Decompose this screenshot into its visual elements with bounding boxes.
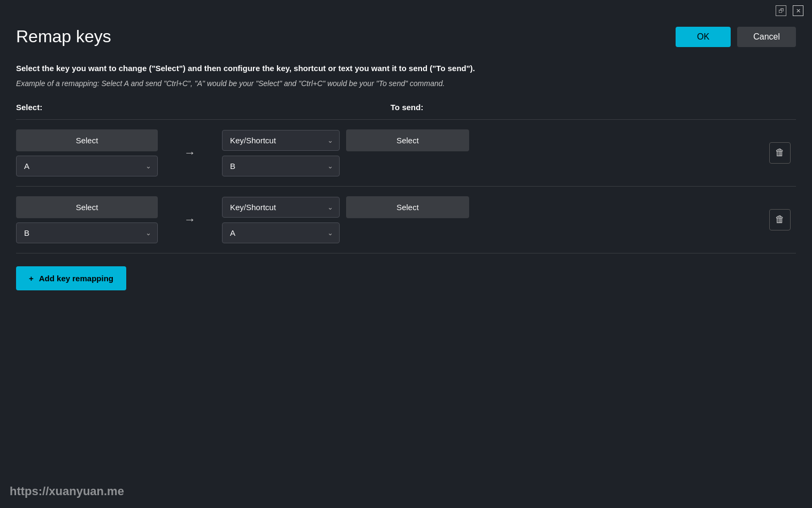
add-remapping-label: Add key remapping <box>39 274 113 283</box>
arrow-right-icon: → <box>184 146 196 160</box>
select-dropdown-2[interactable]: A B C <box>16 222 158 243</box>
main-content: Remap keys Select the key you want to ch… <box>0 21 812 306</box>
tosend-dropdown-wrapper-2: A B C ⌄ <box>222 222 340 243</box>
tosend-dropdown-wrapper-1: B A C ⌄ <box>222 156 340 176</box>
select-dropdown-wrapper-2: A B C ⌄ <box>16 222 158 243</box>
select-dropdown-1[interactable]: A B C <box>16 156 158 176</box>
watermark: https://xuanyuan.me <box>10 484 124 498</box>
tosend-col-1: Key/Shortcut Text ⌄ Select B A C <box>222 129 505 176</box>
tosend-top-1: Key/Shortcut Text ⌄ Select <box>222 129 505 151</box>
tosend-type-wrapper-1: Key/Shortcut Text ⌄ <box>222 130 340 151</box>
tosend-select-button-2[interactable]: Select <box>346 196 469 218</box>
tosend-type-dropdown-2[interactable]: Key/Shortcut Text <box>222 197 340 218</box>
delete-button-2[interactable]: 🗑 <box>769 209 791 230</box>
tosend-dropdown-1[interactable]: B A C <box>222 156 340 176</box>
select-col-2: Select A B C ⌄ <box>16 196 158 243</box>
tosend-bottom-2: A B C ⌄ <box>222 222 340 243</box>
delete-button-1[interactable]: 🗑 <box>769 142 791 164</box>
tosend-top-2: Key/Shortcut Text ⌄ Select <box>222 196 505 218</box>
ok-button[interactable]: OK <box>676 27 731 47</box>
tosend-select-button-1[interactable]: Select <box>346 129 469 151</box>
select-button-1[interactable]: Select <box>16 129 158 151</box>
delete-col-1: 🗑 <box>769 142 791 164</box>
arrow-right-icon: → <box>184 213 196 227</box>
cancel-button[interactable]: Cancel <box>737 27 796 47</box>
remap-rows: Select A B C ⌄ → Key/Shortcut <box>16 119 796 253</box>
table-row: Select A B C ⌄ → Key/Shortcut <box>16 120 796 187</box>
trash-icon: 🗑 <box>775 147 785 158</box>
select-dropdown-wrapper-1: A B C ⌄ <box>16 156 158 176</box>
select-button-2[interactable]: Select <box>16 196 158 218</box>
description-example: Example of a remapping: Select A and sen… <box>16 79 796 88</box>
close-button[interactable]: ✕ <box>793 5 803 16</box>
tosend-col-2: Key/Shortcut Text ⌄ Select A B C <box>222 196 505 243</box>
minimize-button[interactable]: 🗗 <box>776 5 786 16</box>
plus-icon: + <box>29 274 34 283</box>
tosend-bottom-1: B A C ⌄ <box>222 156 340 176</box>
trash-icon: 🗑 <box>775 214 785 225</box>
select-col-1: Select A B C ⌄ <box>16 129 158 176</box>
header-actions: OK Cancel <box>676 27 796 47</box>
arrow-col-1: → <box>158 146 222 160</box>
add-remapping-button[interactable]: + Add key remapping <box>16 266 126 290</box>
title-bar: 🗗 ✕ <box>0 0 812 21</box>
columns-header: Select: To send: <box>16 103 796 112</box>
tosend-type-wrapper-2: Key/Shortcut Text ⌄ <box>222 197 340 218</box>
delete-col-2: 🗑 <box>769 209 791 230</box>
table-row: Select A B C ⌄ → Key/Shortcut <box>16 187 796 253</box>
tosend-type-dropdown-1[interactable]: Key/Shortcut Text <box>222 130 340 151</box>
tosend-column-label: To send: <box>390 103 423 112</box>
arrow-col-2: → <box>158 213 222 227</box>
description-main: Select the key you want to change ("Sele… <box>16 63 796 75</box>
select-column-label: Select: <box>16 103 160 112</box>
tosend-dropdown-2[interactable]: A B C <box>222 222 340 243</box>
